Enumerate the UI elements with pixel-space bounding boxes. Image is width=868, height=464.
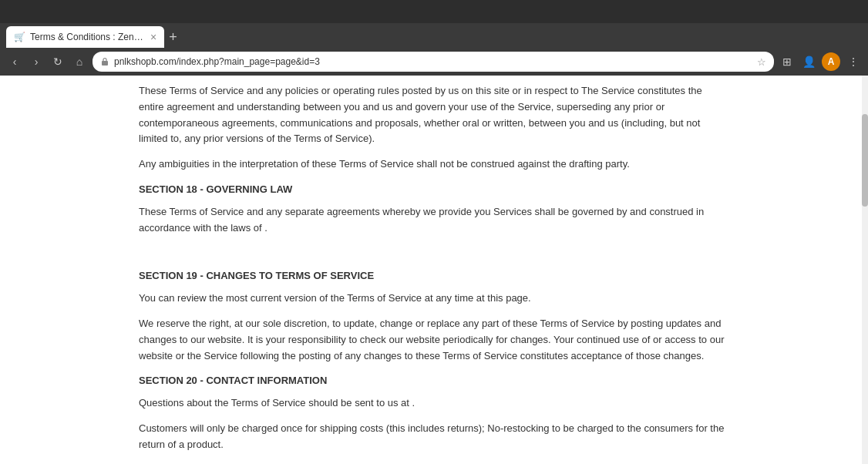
refresh-button[interactable]: ↻ — [49, 53, 66, 70]
browser-tab-bar: 🛒 Terms & Conditions : Zen Cart... × + — [0, 23, 868, 48]
user-account-button[interactable]: 👤 — [800, 53, 817, 70]
browser-toolbar: ⊞ 👤 A ⋮ — [779, 52, 862, 71]
url-text: pnlkshopb.com/index.php?main_page=page&i… — [114, 56, 320, 67]
spacer-1 — [139, 245, 729, 261]
section-19-heading: SECTION 19 - CHANGES TO TERMS OF SERVICE — [139, 268, 729, 284]
new-tab-button[interactable]: + — [169, 26, 177, 48]
section-18-body: These Terms of Service and any separate … — [139, 204, 729, 237]
bookmark-icon[interactable]: ☆ — [757, 56, 766, 68]
browser-title-bar — [0, 0, 868, 23]
section-19-body2: We reserve the right, at our sole discre… — [139, 316, 729, 364]
profile-avatar[interactable]: A — [822, 52, 840, 71]
section-17-ambiguities: Any ambiguities in the interpretation of… — [139, 156, 729, 173]
menu-button[interactable]: ⋮ — [845, 53, 862, 70]
address-bar-row: ‹ › ↻ ⌂ pnlkshopb.com/index.php?main_pag… — [0, 48, 868, 76]
section-19-body1: You can review the most current version … — [139, 291, 729, 307]
section-20-body1: Questions about the Terms of Service sho… — [139, 395, 729, 412]
lock-icon — [100, 57, 109, 66]
svg-rect-0 — [102, 61, 108, 66]
section-20-heading: SECTION 20 - CONTACT INFORMATION — [139, 373, 729, 389]
tab-favicon: 🛒 — [14, 32, 25, 42]
back-button[interactable]: ‹ — [6, 53, 23, 70]
section-18-heading: SECTION 18 - GOVERNING LAW — [139, 182, 729, 198]
section-20-body2: Customers will only be charged once for … — [139, 421, 729, 453]
forward-button[interactable]: › — [28, 53, 45, 70]
terms-content: These Terms of Service and any policies … — [0, 76, 868, 464]
active-tab[interactable]: 🛒 Terms & Conditions : Zen Cart... × — [6, 26, 164, 48]
extensions-button[interactable]: ⊞ — [779, 53, 796, 70]
tab-close-button[interactable]: × — [150, 31, 156, 43]
scrollbar-thumb[interactable] — [862, 114, 868, 207]
page-content: These Terms of Service and any policies … — [0, 76, 868, 464]
address-bar-icons: ☆ — [757, 56, 766, 68]
section-17-intro: These Terms of Service and any policies … — [139, 83, 729, 147]
tab-title: Terms & Conditions : Zen Cart... — [30, 32, 146, 42]
scrollbar[interactable] — [862, 76, 868, 464]
home-button[interactable]: ⌂ — [71, 53, 88, 70]
address-bar[interactable]: pnlkshopb.com/index.php?main_page=page&i… — [93, 52, 774, 72]
